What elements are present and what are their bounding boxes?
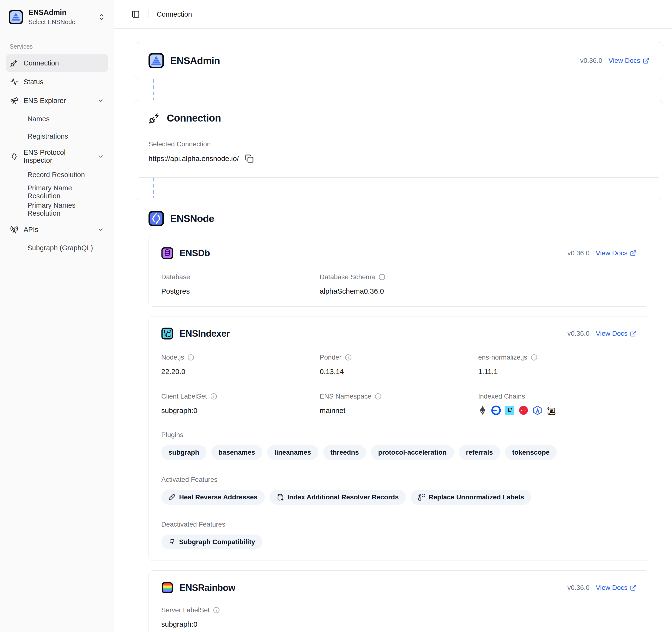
view-docs-label: View Docs: [596, 584, 627, 591]
external-link-icon: [630, 584, 637, 591]
app-subtitle: Select ENSNode: [28, 18, 75, 26]
ensrainbow-view-docs-link[interactable]: View Docs: [596, 584, 637, 591]
field-value-text: 22.20.0: [161, 367, 320, 376]
connection-card: Connection Selected Connection https://a…: [135, 100, 663, 178]
ensdb-view-docs-link[interactable]: View Docs: [596, 249, 637, 257]
subgraph-compatibility-icon: [168, 538, 176, 545]
plugin-badge: referrals: [459, 445, 500, 460]
chain-icon-optimism: [519, 406, 528, 415]
external-link-icon: [630, 250, 637, 257]
feature-badge-label: Subgraph Compatibility: [179, 538, 255, 546]
field-label-text: ENS Namespace: [320, 392, 371, 400]
chain-icon-ethereum: [478, 406, 487, 415]
field-label-text: Database Schema: [320, 273, 375, 281]
apis-subitems: Subgraph (GraphQL): [16, 240, 108, 256]
ensdb-logo-icon: [161, 247, 173, 259]
chain-icon-arbitrum: [533, 406, 542, 415]
ensdb-card-title: ENSDb: [179, 248, 210, 259]
field-value-text: mainnet: [320, 407, 478, 415]
plugins-section: Plugins subgraph basenames lineanames th…: [161, 431, 637, 460]
plugin-badge: subgraph: [161, 445, 207, 460]
field-value-text: subgraph:0: [161, 407, 320, 415]
sidebar-item-status[interactable]: Status: [6, 73, 108, 91]
field-label-text: Node.js: [161, 354, 184, 361]
plugin-badge: threedns: [323, 445, 366, 460]
sidebar-item-apis[interactable]: APIs: [6, 221, 108, 238]
info-icon[interactable]: [345, 354, 352, 361]
feature-badge-label: Replace Unnormalized Labels: [428, 493, 524, 501]
ensnode-selector[interactable]: ENSAdmin Select ENSNode: [6, 5, 108, 29]
info-icon[interactable]: [188, 354, 194, 361]
ensadmin-card-title: ENSAdmin: [170, 55, 220, 67]
chevrons-up-down-icon[interactable]: [98, 13, 105, 21]
connection-card-title: Connection: [167, 113, 221, 124]
card-connector-dashed-line: [153, 79, 154, 100]
sidebar-item-primary-names-resolution[interactable]: Primary Names Resolution: [24, 201, 108, 218]
copy-icon[interactable]: [245, 154, 254, 163]
chain-icon-scroll: [547, 406, 556, 415]
plugin-badge: lineanames: [267, 445, 318, 460]
sidebar-item-label: ENS Explorer: [24, 97, 66, 105]
field-ens-normalize: ens-normalize.js 1.11.1: [478, 354, 637, 376]
plug-zap-icon: [148, 113, 160, 124]
external-link-icon: [643, 57, 649, 64]
sidebar-item-ens-protocol-inspector[interactable]: ENS Protocol Inspector: [6, 148, 108, 165]
plugin-badge: basenames: [211, 445, 263, 460]
ens-explorer-subitems: Names Registrations: [16, 111, 108, 144]
field-label-text: Ponder: [320, 354, 341, 361]
sidebar-item-label: Names: [27, 115, 50, 123]
view-docs-label: View Docs: [596, 330, 627, 337]
field-value-text: alphaSchema0.36.0: [320, 287, 478, 295]
field-label-text: Client LabelSet: [161, 392, 207, 400]
radio-tower-icon: [10, 225, 18, 234]
feature-badge-label: Index Additional Resolver Records: [287, 493, 399, 501]
sidebar-item-label: Subgraph (GraphQL): [27, 244, 93, 252]
chevron-down-icon: [97, 153, 104, 160]
field-client-labelset: Client LabelSet subgraph:0: [161, 392, 320, 415]
ensnode-card-title: ENSNode: [170, 213, 214, 224]
activated-features-label: Activated Features: [161, 476, 217, 484]
sidebar-toggle-button[interactable]: [131, 10, 140, 18]
info-icon[interactable]: [210, 393, 217, 400]
field-nodejs: Node.js 22.20.0: [161, 354, 320, 376]
ensrainbow-logo-icon: [161, 582, 173, 594]
ens-protocol-inspector-subitems: Record Resolution Primary Name Resolutio…: [16, 167, 108, 218]
field-value-text: 1.11.1: [478, 367, 637, 376]
info-icon[interactable]: [379, 274, 385, 281]
sidebar-item-registrations[interactable]: Registrations: [24, 128, 108, 144]
sidebar-item-ens-explorer[interactable]: ENS Explorer: [6, 92, 108, 109]
field-label-text: Indexed Chains: [478, 392, 525, 400]
sidebar-item-connection[interactable]: Connection: [6, 54, 108, 72]
app-title: ENSAdmin: [28, 8, 75, 17]
card-connector-dashed-line: [153, 178, 154, 198]
field-database-schema: Database Schema alphaSchema0.36.0: [320, 273, 478, 295]
main-area: Connection ENSAdmin v0.36.0: [114, 0, 672, 632]
page-content: ENSAdmin v0.36.0 View Docs Connection: [114, 29, 672, 632]
field-value-text: Postgres: [161, 287, 320, 295]
sidebar-item-primary-name-resolution[interactable]: Primary Name Resolution: [24, 184, 108, 200]
ensnode-card: ENSNode ENSDb: [135, 198, 663, 632]
info-icon[interactable]: [375, 393, 382, 400]
deactivated-features-label: Deactivated Features: [161, 520, 225, 528]
ensindexer-card-title: ENSIndexer: [179, 329, 230, 339]
bandage-icon: [168, 494, 176, 501]
sidebar-item-label: ENS Protocol Inspector: [24, 148, 92, 164]
field-label-text: ens-normalize.js: [478, 354, 527, 361]
sidebar-item-names[interactable]: Names: [24, 111, 108, 127]
info-icon[interactable]: [531, 354, 537, 361]
plug-zap-icon: [10, 59, 18, 67]
sidebar-item-record-resolution[interactable]: Record Resolution: [24, 167, 108, 183]
breadcrumb: Connection: [157, 10, 192, 18]
ensindexer-view-docs-link[interactable]: View Docs: [596, 330, 637, 337]
ensrainbow-card-title: ENSRainbow: [179, 583, 235, 593]
sidebar-item-label: Primary Name Resolution: [27, 184, 105, 200]
replace-icon: [418, 494, 425, 501]
sidebar-item-label: Primary Names Resolution: [27, 201, 105, 217]
connection-url: https://api.alpha.ensnode.io/: [148, 154, 239, 163]
chevron-down-icon: [97, 226, 104, 233]
sidebar-item-subgraph-graphql[interactable]: Subgraph (GraphQL): [24, 240, 108, 256]
info-icon[interactable]: [213, 607, 220, 613]
plugin-badge: tokenscope: [505, 445, 557, 460]
ensadmin-view-docs-link[interactable]: View Docs: [608, 57, 649, 65]
feature-badge-label: Heal Reverse Addresses: [179, 493, 258, 501]
